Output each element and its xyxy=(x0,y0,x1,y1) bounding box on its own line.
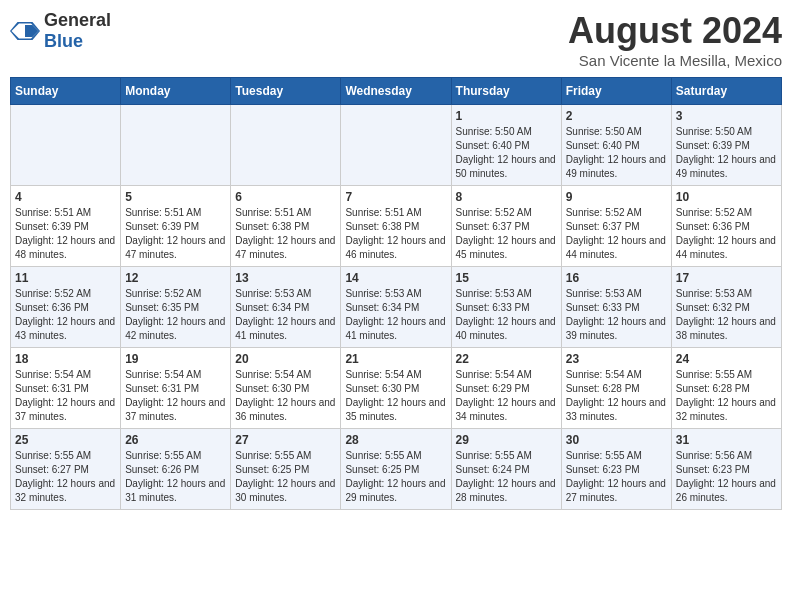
day-number: 26 xyxy=(125,433,226,447)
day-info: Sunrise: 5:54 AM Sunset: 6:30 PM Dayligh… xyxy=(345,368,446,424)
calendar-cell: 15Sunrise: 5:53 AM Sunset: 6:33 PM Dayli… xyxy=(451,267,561,348)
day-number: 22 xyxy=(456,352,557,366)
day-number: 28 xyxy=(345,433,446,447)
calendar-cell: 1Sunrise: 5:50 AM Sunset: 6:40 PM Daylig… xyxy=(451,105,561,186)
day-info: Sunrise: 5:52 AM Sunset: 6:36 PM Dayligh… xyxy=(676,206,777,262)
day-number: 29 xyxy=(456,433,557,447)
day-info: Sunrise: 5:53 AM Sunset: 6:33 PM Dayligh… xyxy=(456,287,557,343)
day-info: Sunrise: 5:52 AM Sunset: 6:35 PM Dayligh… xyxy=(125,287,226,343)
calendar-cell xyxy=(121,105,231,186)
day-info: Sunrise: 5:54 AM Sunset: 6:29 PM Dayligh… xyxy=(456,368,557,424)
day-number: 10 xyxy=(676,190,777,204)
day-number: 14 xyxy=(345,271,446,285)
logo-general: General xyxy=(44,10,111,31)
calendar-cell: 20Sunrise: 5:54 AM Sunset: 6:30 PM Dayli… xyxy=(231,348,341,429)
day-info: Sunrise: 5:56 AM Sunset: 6:23 PM Dayligh… xyxy=(676,449,777,505)
day-info: Sunrise: 5:55 AM Sunset: 6:28 PM Dayligh… xyxy=(676,368,777,424)
calendar-week-row: 25Sunrise: 5:55 AM Sunset: 6:27 PM Dayli… xyxy=(11,429,782,510)
title-block: August 2024 San Vicente la Mesilla, Mexi… xyxy=(568,10,782,69)
calendar-cell: 14Sunrise: 5:53 AM Sunset: 6:34 PM Dayli… xyxy=(341,267,451,348)
calendar-cell: 30Sunrise: 5:55 AM Sunset: 6:23 PM Dayli… xyxy=(561,429,671,510)
day-number: 1 xyxy=(456,109,557,123)
col-header-tuesday: Tuesday xyxy=(231,78,341,105)
day-number: 25 xyxy=(15,433,116,447)
day-number: 15 xyxy=(456,271,557,285)
calendar-header-row: SundayMondayTuesdayWednesdayThursdayFrid… xyxy=(11,78,782,105)
day-info: Sunrise: 5:50 AM Sunset: 6:40 PM Dayligh… xyxy=(566,125,667,181)
day-info: Sunrise: 5:51 AM Sunset: 6:38 PM Dayligh… xyxy=(235,206,336,262)
day-number: 16 xyxy=(566,271,667,285)
day-info: Sunrise: 5:55 AM Sunset: 6:23 PM Dayligh… xyxy=(566,449,667,505)
day-info: Sunrise: 5:54 AM Sunset: 6:30 PM Dayligh… xyxy=(235,368,336,424)
calendar-cell: 9Sunrise: 5:52 AM Sunset: 6:37 PM Daylig… xyxy=(561,186,671,267)
calendar-cell: 8Sunrise: 5:52 AM Sunset: 6:37 PM Daylig… xyxy=(451,186,561,267)
calendar-cell: 13Sunrise: 5:53 AM Sunset: 6:34 PM Dayli… xyxy=(231,267,341,348)
calendar-cell: 17Sunrise: 5:53 AM Sunset: 6:32 PM Dayli… xyxy=(671,267,781,348)
calendar-week-row: 1Sunrise: 5:50 AM Sunset: 6:40 PM Daylig… xyxy=(11,105,782,186)
col-header-thursday: Thursday xyxy=(451,78,561,105)
day-info: Sunrise: 5:53 AM Sunset: 6:34 PM Dayligh… xyxy=(235,287,336,343)
calendar-cell: 26Sunrise: 5:55 AM Sunset: 6:26 PM Dayli… xyxy=(121,429,231,510)
col-header-friday: Friday xyxy=(561,78,671,105)
calendar-cell xyxy=(231,105,341,186)
day-info: Sunrise: 5:55 AM Sunset: 6:25 PM Dayligh… xyxy=(345,449,446,505)
day-number: 18 xyxy=(15,352,116,366)
day-number: 2 xyxy=(566,109,667,123)
logo-icon xyxy=(10,16,40,46)
day-info: Sunrise: 5:53 AM Sunset: 6:34 PM Dayligh… xyxy=(345,287,446,343)
day-number: 4 xyxy=(15,190,116,204)
day-info: Sunrise: 5:54 AM Sunset: 6:31 PM Dayligh… xyxy=(125,368,226,424)
day-info: Sunrise: 5:54 AM Sunset: 6:31 PM Dayligh… xyxy=(15,368,116,424)
calendar-cell: 6Sunrise: 5:51 AM Sunset: 6:38 PM Daylig… xyxy=(231,186,341,267)
logo: General Blue xyxy=(10,10,111,52)
day-number: 12 xyxy=(125,271,226,285)
day-number: 6 xyxy=(235,190,336,204)
col-header-sunday: Sunday xyxy=(11,78,121,105)
day-number: 8 xyxy=(456,190,557,204)
day-number: 17 xyxy=(676,271,777,285)
calendar-cell: 23Sunrise: 5:54 AM Sunset: 6:28 PM Dayli… xyxy=(561,348,671,429)
day-number: 5 xyxy=(125,190,226,204)
day-number: 27 xyxy=(235,433,336,447)
calendar-cell: 27Sunrise: 5:55 AM Sunset: 6:25 PM Dayli… xyxy=(231,429,341,510)
calendar-table: SundayMondayTuesdayWednesdayThursdayFrid… xyxy=(10,77,782,510)
calendar-cell: 16Sunrise: 5:53 AM Sunset: 6:33 PM Dayli… xyxy=(561,267,671,348)
day-info: Sunrise: 5:53 AM Sunset: 6:32 PM Dayligh… xyxy=(676,287,777,343)
day-number: 7 xyxy=(345,190,446,204)
calendar-cell xyxy=(11,105,121,186)
calendar-cell: 31Sunrise: 5:56 AM Sunset: 6:23 PM Dayli… xyxy=(671,429,781,510)
calendar-week-row: 4Sunrise: 5:51 AM Sunset: 6:39 PM Daylig… xyxy=(11,186,782,267)
day-info: Sunrise: 5:52 AM Sunset: 6:37 PM Dayligh… xyxy=(566,206,667,262)
page-header: General Blue August 2024 San Vicente la … xyxy=(10,10,782,69)
day-info: Sunrise: 5:53 AM Sunset: 6:33 PM Dayligh… xyxy=(566,287,667,343)
calendar-cell: 21Sunrise: 5:54 AM Sunset: 6:30 PM Dayli… xyxy=(341,348,451,429)
day-number: 11 xyxy=(15,271,116,285)
month-title: August 2024 xyxy=(568,10,782,52)
day-number: 23 xyxy=(566,352,667,366)
day-number: 13 xyxy=(235,271,336,285)
col-header-monday: Monday xyxy=(121,78,231,105)
day-number: 21 xyxy=(345,352,446,366)
day-info: Sunrise: 5:51 AM Sunset: 6:39 PM Dayligh… xyxy=(125,206,226,262)
day-info: Sunrise: 5:52 AM Sunset: 6:37 PM Dayligh… xyxy=(456,206,557,262)
logo-blue: Blue xyxy=(44,31,111,52)
calendar-cell: 11Sunrise: 5:52 AM Sunset: 6:36 PM Dayli… xyxy=(11,267,121,348)
day-info: Sunrise: 5:52 AM Sunset: 6:36 PM Dayligh… xyxy=(15,287,116,343)
calendar-cell: 2Sunrise: 5:50 AM Sunset: 6:40 PM Daylig… xyxy=(561,105,671,186)
day-number: 20 xyxy=(235,352,336,366)
day-info: Sunrise: 5:51 AM Sunset: 6:39 PM Dayligh… xyxy=(15,206,116,262)
calendar-cell: 24Sunrise: 5:55 AM Sunset: 6:28 PM Dayli… xyxy=(671,348,781,429)
day-number: 24 xyxy=(676,352,777,366)
day-info: Sunrise: 5:55 AM Sunset: 6:25 PM Dayligh… xyxy=(235,449,336,505)
day-info: Sunrise: 5:55 AM Sunset: 6:24 PM Dayligh… xyxy=(456,449,557,505)
day-info: Sunrise: 5:50 AM Sunset: 6:39 PM Dayligh… xyxy=(676,125,777,181)
day-number: 31 xyxy=(676,433,777,447)
calendar-cell: 18Sunrise: 5:54 AM Sunset: 6:31 PM Dayli… xyxy=(11,348,121,429)
calendar-cell: 7Sunrise: 5:51 AM Sunset: 6:38 PM Daylig… xyxy=(341,186,451,267)
calendar-week-row: 11Sunrise: 5:52 AM Sunset: 6:36 PM Dayli… xyxy=(11,267,782,348)
day-number: 19 xyxy=(125,352,226,366)
calendar-cell xyxy=(341,105,451,186)
day-number: 9 xyxy=(566,190,667,204)
col-header-wednesday: Wednesday xyxy=(341,78,451,105)
col-header-saturday: Saturday xyxy=(671,78,781,105)
